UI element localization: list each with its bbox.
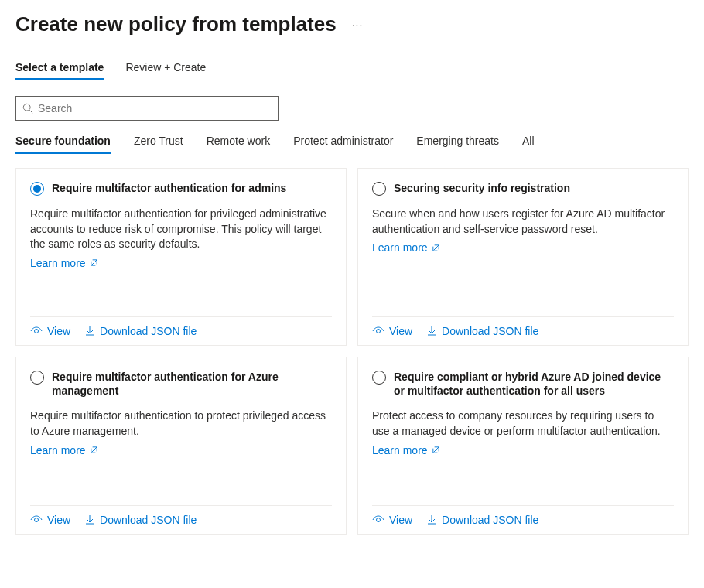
- card-title: Require multifactor authentication for a…: [52, 181, 286, 195]
- download-json-button[interactable]: Download JSON file: [426, 325, 538, 337]
- view-label: View: [47, 325, 70, 337]
- learn-more-label: Learn more: [372, 241, 428, 254]
- download-label: Download JSON file: [100, 325, 197, 337]
- card-description: Secure when and how users register for A…: [372, 207, 674, 237]
- template-cards: Require multifactor authentication for a…: [15, 168, 689, 535]
- learn-more-label: Learn more: [372, 444, 428, 456]
- download-icon: [426, 514, 437, 525]
- radio-button[interactable]: [372, 371, 386, 385]
- tab-zero-trust[interactable]: Zero Trust: [134, 135, 183, 154]
- view-label: View: [389, 325, 412, 337]
- svg-point-0: [23, 104, 30, 111]
- eye-icon: [30, 326, 43, 336]
- download-json-button[interactable]: Download JSON file: [84, 514, 197, 526]
- ellipsis-icon[interactable]: ···: [352, 19, 364, 31]
- download-icon: [426, 326, 437, 337]
- tab-secure-foundation[interactable]: Secure foundation: [15, 135, 111, 154]
- radio-button[interactable]: [30, 182, 44, 196]
- search-box[interactable]: [15, 96, 279, 121]
- svg-line-1: [29, 110, 32, 113]
- external-link-icon: [432, 446, 440, 454]
- external-link-icon: [90, 258, 98, 267]
- download-label: Download JSON file: [442, 325, 538, 337]
- download-label: Download JSON file: [442, 514, 538, 526]
- wizard-tabs: Select a template Review + Create: [15, 61, 689, 80]
- card-description: Require multifactor authentication to pr…: [30, 409, 332, 439]
- svg-point-11: [377, 518, 381, 522]
- tab-remote-work[interactable]: Remote work: [207, 135, 270, 154]
- external-link-icon: [90, 446, 98, 454]
- external-link-icon: [432, 244, 440, 252]
- view-button[interactable]: View: [372, 325, 412, 337]
- view-button[interactable]: View: [372, 514, 412, 526]
- eye-icon: [372, 326, 384, 336]
- search-icon: [22, 103, 33, 114]
- learn-more-label: Learn more: [30, 257, 86, 269]
- card-title: Require multifactor authentication for A…: [52, 370, 332, 398]
- page-title: Create new policy from templates: [15, 12, 337, 36]
- tab-emerging-threats[interactable]: Emerging threats: [416, 135, 499, 154]
- download-icon: [84, 326, 95, 337]
- download-icon: [84, 514, 95, 525]
- learn-more-label: Learn more: [30, 444, 86, 456]
- learn-more-link[interactable]: Learn more: [30, 444, 332, 456]
- template-card[interactable]: Securing security info registration Secu…: [357, 168, 689, 346]
- tab-protect-administrator[interactable]: Protect administrator: [293, 135, 393, 154]
- view-label: View: [389, 514, 412, 526]
- radio-button[interactable]: [30, 371, 44, 385]
- search-input[interactable]: [38, 102, 272, 115]
- svg-point-8: [35, 518, 39, 522]
- card-title: Require compliant or hybrid Azure AD joi…: [394, 370, 674, 398]
- eye-icon: [372, 515, 384, 525]
- download-label: Download JSON file: [100, 514, 197, 526]
- category-tabs: Secure foundation Zero Trust Remote work…: [15, 135, 689, 154]
- learn-more-link[interactable]: Learn more: [372, 241, 674, 254]
- card-description: Require multifactor authentication for p…: [30, 207, 332, 252]
- view-button[interactable]: View: [30, 514, 70, 526]
- template-card[interactable]: Require multifactor authentication for a…: [15, 168, 347, 346]
- eye-icon: [30, 515, 43, 525]
- template-card[interactable]: Require compliant or hybrid Azure AD joi…: [357, 357, 689, 535]
- card-title: Securing security info registration: [394, 181, 570, 195]
- svg-point-2: [35, 330, 39, 333]
- card-description: Protect access to company resources by r…: [372, 409, 674, 439]
- svg-point-5: [377, 330, 381, 333]
- tab-all[interactable]: All: [522, 135, 535, 154]
- learn-more-link[interactable]: Learn more: [30, 257, 332, 269]
- download-json-button[interactable]: Download JSON file: [426, 514, 538, 526]
- view-button[interactable]: View: [30, 325, 70, 337]
- tab-select-template[interactable]: Select a template: [15, 61, 104, 80]
- view-label: View: [47, 514, 70, 526]
- learn-more-link[interactable]: Learn more: [372, 444, 674, 456]
- radio-button[interactable]: [372, 182, 386, 196]
- download-json-button[interactable]: Download JSON file: [84, 325, 197, 337]
- tab-review-create[interactable]: Review + Create: [125, 61, 206, 80]
- template-card[interactable]: Require multifactor authentication for A…: [15, 357, 347, 535]
